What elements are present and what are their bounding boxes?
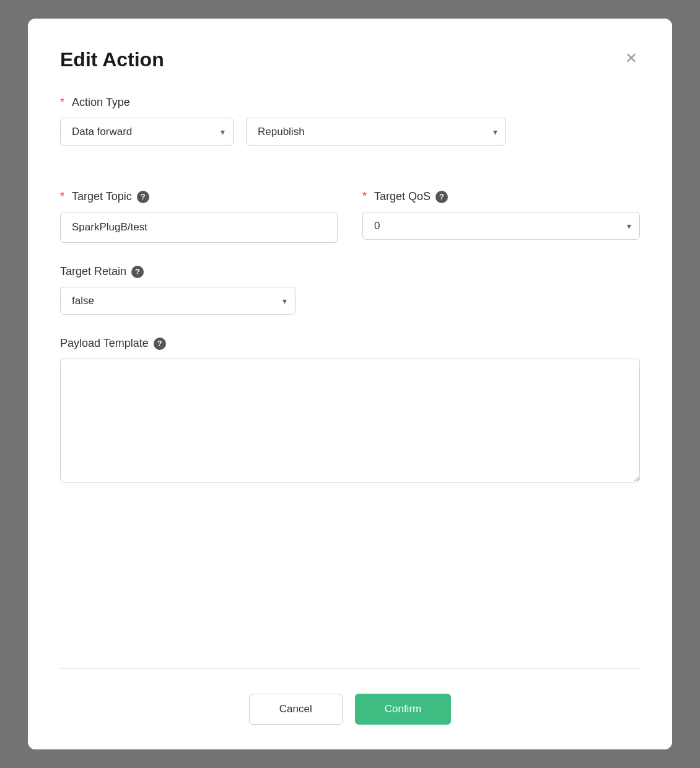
action-type-select-1[interactable]: Data forward Other xyxy=(60,118,234,146)
target-qos-group: * Target QoS ? 0 1 2 ▾ xyxy=(362,190,640,243)
close-icon: ✕ xyxy=(625,51,637,66)
target-qos-label-text: Target QoS xyxy=(374,190,431,203)
action-type-select-2[interactable]: Republish Forward xyxy=(246,118,506,146)
action-type-label: * Action Type xyxy=(60,96,640,109)
action-type-row: Data forward Other ▾ Republish Forward ▾ xyxy=(60,118,640,146)
target-qos-select[interactable]: 0 1 2 xyxy=(362,212,640,240)
required-star-target-qos: * xyxy=(362,190,367,203)
target-topic-input[interactable] xyxy=(60,212,338,243)
payload-template-section: Payload Template ? xyxy=(60,337,640,485)
modal-footer: Cancel Confirm xyxy=(60,689,640,725)
required-star-target-topic: * xyxy=(60,190,64,203)
target-topic-group: * Target Topic ? xyxy=(60,190,338,243)
target-retain-label: Target Retain ? xyxy=(60,265,640,278)
cancel-button[interactable]: Cancel xyxy=(249,694,343,725)
target-qos-select-wrapper[interactable]: 0 1 2 ▾ xyxy=(362,212,640,240)
payload-template-help-icon[interactable]: ? xyxy=(154,338,166,350)
target-retain-label-text: Target Retain xyxy=(60,265,126,278)
modal-overlay: Edit Action ✕ * Action Type Data forward… xyxy=(0,0,700,768)
target-qos-help-icon[interactable]: ? xyxy=(435,191,448,203)
modal-title: Edit Action xyxy=(60,48,164,71)
target-topic-label-text: Target Topic xyxy=(72,190,132,203)
target-topic-qos-row: * Target Topic ? * Target QoS ? xyxy=(60,190,640,243)
close-button[interactable]: ✕ xyxy=(623,48,640,68)
target-topic-label: * Target Topic ? xyxy=(60,190,338,203)
target-retain-help-icon[interactable]: ? xyxy=(131,266,144,278)
payload-template-textarea[interactable] xyxy=(60,359,640,482)
action-type-select-2-wrapper[interactable]: Republish Forward ▾ xyxy=(246,118,506,146)
target-retain-section: Target Retain ? false true ▾ xyxy=(60,265,640,315)
action-type-select-1-wrapper[interactable]: Data forward Other ▾ xyxy=(60,118,234,146)
required-star-action-type: * xyxy=(60,96,64,109)
modal-header: Edit Action ✕ xyxy=(60,48,640,71)
confirm-button[interactable]: Confirm xyxy=(355,694,452,725)
edit-action-modal: Edit Action ✕ * Action Type Data forward… xyxy=(28,19,672,749)
payload-template-label-text: Payload Template xyxy=(60,337,149,350)
target-topic-help-icon[interactable]: ? xyxy=(137,191,149,203)
action-type-section: * Action Type Data forward Other ▾ Repub… xyxy=(60,96,640,168)
payload-template-label: Payload Template ? xyxy=(60,337,640,350)
target-retain-select[interactable]: false true xyxy=(60,287,295,315)
footer-divider xyxy=(60,668,640,669)
target-qos-label: * Target QoS ? xyxy=(362,190,640,203)
target-retain-select-wrapper[interactable]: false true ▾ xyxy=(60,287,295,315)
action-type-label-text: Action Type xyxy=(72,96,130,109)
